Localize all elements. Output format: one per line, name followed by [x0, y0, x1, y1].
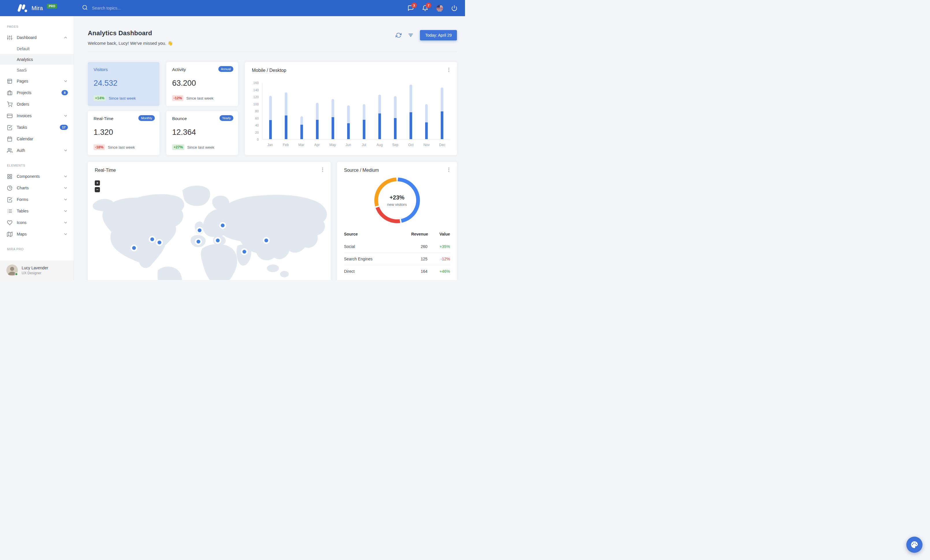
chevron-down-icon [63, 114, 68, 118]
map-marker[interactable] [196, 240, 200, 244]
chevron-down-icon [63, 186, 68, 190]
world-map[interactable] [88, 178, 331, 280]
chevron-down-icon [63, 209, 68, 213]
chevron-up-icon [63, 35, 68, 40]
map-marker[interactable] [132, 246, 136, 250]
stat-caption: Since last week [186, 96, 213, 100]
sidebar-item-orders[interactable]: Orders [0, 98, 74, 110]
sidebar-item-invoices[interactable]: Invoices [0, 110, 74, 121]
bar-segment-mobile [394, 118, 397, 139]
bar-nov[interactable] [419, 83, 434, 139]
period-badge[interactable]: Annual [219, 66, 233, 72]
language-flag-icon[interactable] [436, 5, 443, 12]
bar-segment-desktop [300, 116, 303, 125]
bar-segment-mobile [363, 120, 365, 139]
sidebar-item-pages[interactable]: Pages [0, 75, 74, 87]
period-badge[interactable]: Monthly [139, 115, 155, 121]
list-icon [7, 209, 12, 214]
chart-x-axis: JanFebMarAprMayJunJulAugSepOctNovDec [262, 143, 450, 147]
bar-apr[interactable] [309, 83, 325, 139]
bar-aug[interactable] [372, 83, 388, 139]
bar-oct[interactable] [403, 83, 419, 139]
mira-logo-icon [17, 4, 28, 12]
sidebar-section-label: ELEMENTS [0, 156, 74, 170]
map-marker[interactable] [265, 239, 268, 242]
map-marker[interactable] [216, 239, 220, 242]
map-zoom-in-button[interactable]: + [95, 180, 100, 186]
y-tick: 140 [253, 88, 259, 92]
filter-button[interactable] [408, 32, 414, 38]
sidebar-item-projects[interactable]: Projects8 [0, 87, 74, 98]
bar-sep[interactable] [388, 83, 403, 139]
navbar-actions: 3 7 [408, 5, 465, 12]
map-marker[interactable] [221, 223, 225, 227]
notifications-bell-icon[interactable]: 7 [422, 5, 428, 11]
bar-segment-mobile [347, 123, 350, 139]
source-kebab-menu-icon[interactable] [446, 167, 452, 173]
map-zoom-out-button[interactable]: − [95, 187, 100, 192]
sidebar-subitem-default[interactable]: Default [0, 43, 74, 54]
map-marker[interactable] [243, 250, 246, 254]
brand[interactable]: Mira PRO [17, 4, 57, 12]
search-icon [82, 5, 88, 12]
sidebar-user[interactable]: Lucy Lavender UX Designer [0, 260, 74, 280]
sidebar-item-maps[interactable]: Maps [0, 228, 74, 240]
bar-segment-desktop [316, 103, 319, 120]
table-row-social: Social260+35% [344, 241, 450, 253]
sidebar-subitem-saas[interactable]: SaaS [0, 64, 74, 75]
map-zoom-controls: + − [95, 180, 100, 192]
map-kebab-menu-icon[interactable] [320, 167, 325, 173]
refresh-button[interactable] [396, 32, 402, 38]
welcome-text: Welcome back, Lucy! We've missed you. 👋 [88, 41, 173, 46]
source-panel-title: Source / Medium [344, 168, 450, 173]
layout-icon [7, 78, 12, 84]
grid-icon [7, 174, 12, 179]
map-marker[interactable] [197, 229, 201, 232]
bar-may[interactable] [325, 83, 340, 139]
bar-segment-desktop [425, 104, 428, 122]
sidebar-item-calendar[interactable]: Calendar [0, 133, 74, 144]
brand-name: Mira [31, 5, 43, 12]
bar-jun[interactable] [340, 83, 356, 139]
credit-card-icon [7, 113, 12, 119]
bar-feb[interactable] [278, 83, 294, 139]
sidebar-item-auth[interactable]: Auth [0, 144, 74, 156]
donut-center: +23% new visitors [374, 178, 420, 223]
col-revenue: Revenue [393, 228, 428, 241]
chart-kebab-menu-icon[interactable] [446, 67, 452, 73]
sidebar-item-icons[interactable]: Icons [0, 217, 74, 228]
y-tick: 160 [253, 81, 259, 84]
sidebar-item-charts[interactable]: Charts [0, 182, 74, 194]
messages-icon[interactable]: 3 [408, 5, 414, 11]
sidebar-item-tasks[interactable]: Tasks17 [0, 121, 74, 133]
y-tick: 0 [257, 138, 259, 141]
messages-badge: 3 [411, 3, 417, 8]
navbar-search [82, 5, 173, 12]
stat-card-visitors: Visitors24.532+14%Since last week [88, 62, 159, 106]
col-source: Source [344, 228, 393, 241]
bar-jul[interactable] [356, 83, 372, 139]
power-icon[interactable] [451, 5, 457, 11]
bar-segment-desktop [378, 95, 381, 114]
sidebar-subitem-analytics[interactable]: Analytics [0, 54, 74, 64]
sidebar-item-dashboard[interactable]: Dashboard [0, 32, 74, 43]
sidebar-item-components[interactable]: Components [0, 170, 74, 182]
bar-jan[interactable] [263, 83, 278, 139]
avatar[interactable] [6, 264, 18, 276]
bar-mar[interactable] [294, 83, 309, 139]
heart-icon [7, 220, 12, 226]
date-range-button[interactable]: Today: April 29 [420, 30, 457, 40]
check-square-icon [7, 125, 12, 130]
cart-icon [7, 101, 12, 107]
map-marker[interactable] [158, 241, 162, 244]
map-marker[interactable] [150, 237, 154, 241]
sidebar-item-forms[interactable]: Forms [0, 194, 74, 205]
period-badge[interactable]: Yearly [220, 115, 233, 121]
search-input[interactable] [92, 6, 173, 11]
sidebar-item-tables[interactable]: Tables [0, 205, 74, 217]
y-tick: 120 [253, 95, 259, 99]
sidebar-nav: PAGESDashboardDefaultAnalyticsSaaSPagesP… [0, 16, 74, 260]
source-table: SourceRevenueValue Social260+35%Search E… [344, 228, 450, 278]
x-tick: Dec [434, 143, 450, 147]
bar-dec[interactable] [434, 83, 450, 139]
